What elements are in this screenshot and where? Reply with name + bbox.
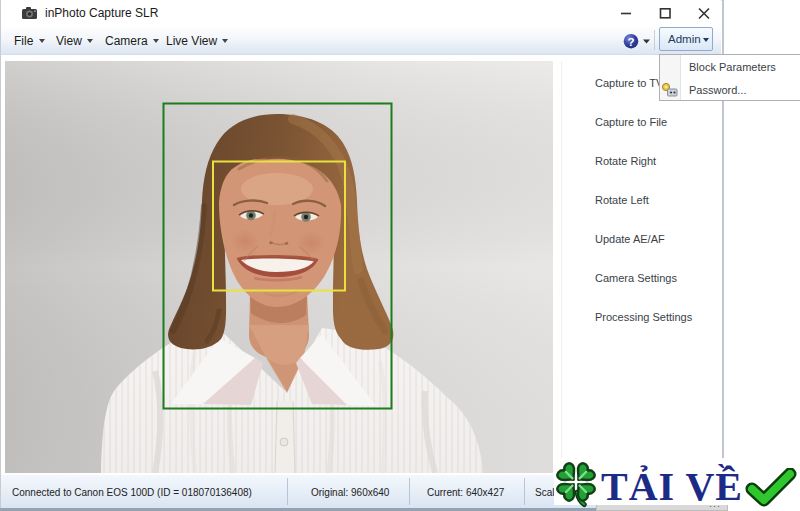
svg-text:?: ? bbox=[627, 36, 634, 48]
